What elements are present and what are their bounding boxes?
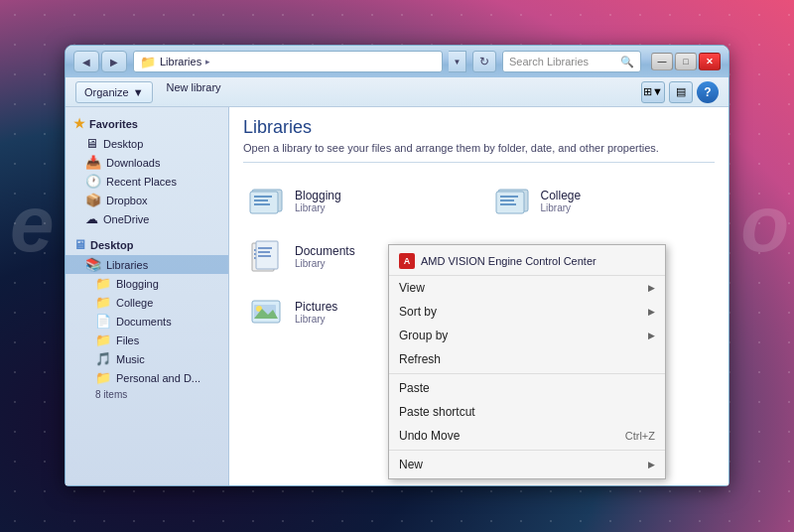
help-button[interactable]: ? [697, 81, 719, 103]
ctx-item-paste-shortcut[interactable]: Paste shortcut [389, 400, 665, 424]
item-count-badge: 8 items [66, 387, 228, 402]
ctx-item-undo-move[interactable]: Undo Move Ctrl+Z [389, 424, 665, 448]
sidebar-item-files[interactable]: 📁 Files [66, 331, 228, 349]
sidebar-item-dropbox[interactable]: 📦 Dropbox [66, 191, 228, 209]
sidebar-item-desktop[interactable]: 🖥 Desktop [66, 134, 228, 153]
sidebar-item-college[interactable]: 📁 College [66, 293, 228, 312]
documents-lib-info: Documents Library [295, 244, 355, 269]
sidebar-item-music[interactable]: 🎵 Music [66, 349, 228, 368]
close-button[interactable]: ✕ [699, 53, 721, 70]
sidebar-item-documents[interactable]: 📄 Documents [66, 312, 228, 331]
sidebar-item-downloads[interactable]: 📥 Downloads [66, 153, 228, 172]
panel-subtitle: Open a library to see your files and arr… [243, 142, 715, 163]
onedrive-icon: ☁ [85, 211, 98, 226]
sidebar-item-blogging[interactable]: 📁 Blogging [66, 274, 228, 293]
ctx-item-paste[interactable]: Paste [389, 376, 665, 400]
favorites-star-icon: ★ [73, 116, 85, 131]
back-button[interactable]: ◀ [73, 51, 99, 72]
search-icon: 🔍 [620, 56, 634, 68]
maximize-button[interactable]: □ [675, 53, 697, 70]
favorites-section[interactable]: ★ Favorites [66, 113, 228, 134]
ctx-separator-2 [389, 450, 665, 451]
address-bar[interactable]: 📁 Libraries ▸ [133, 51, 443, 72]
college-icon: 📁 [95, 295, 111, 310]
context-menu: A AMD VISION Engine Control Center View … [388, 244, 666, 479]
ctx-header-icon: A [399, 253, 415, 269]
search-placeholder: Search Libraries [509, 56, 589, 67]
ctx-item-view[interactable]: View ▶ [389, 276, 665, 300]
sidebar-item-onedrive[interactable]: ☁ OneDrive [66, 209, 228, 228]
libraries-icon: 📚 [85, 257, 101, 272]
ctx-menu-header: A AMD VISION Engine Control Center [389, 247, 665, 276]
svg-rect-4 [254, 203, 270, 205]
documents-lib-icon [247, 236, 287, 276]
address-chevron: ▸ [205, 57, 210, 66]
downloads-icon: 📥 [85, 155, 101, 170]
window-controls: — □ ✕ [651, 53, 721, 70]
panel-title: Libraries [243, 117, 715, 138]
sidebar-item-personal[interactable]: 📁 Personal and D... [66, 368, 228, 387]
library-item-blogging[interactable]: Blogging Library [243, 177, 469, 224]
search-box[interactable]: Search Libraries 🔍 [502, 51, 641, 72]
svg-rect-1 [250, 192, 278, 213]
sidebar-item-recent-places[interactable]: 🕐 Recent Places [66, 172, 228, 191]
desktop-icon: 🖥 [85, 136, 98, 151]
explorer-window: ◀ ▶ 📁 Libraries ▸ ▼ ↻ Search Libraries 🔍… [65, 45, 729, 486]
svg-rect-2 [254, 196, 272, 198]
minimize-button[interactable]: — [651, 53, 673, 70]
nav-buttons: ◀ ▶ [73, 51, 127, 72]
svg-rect-8 [500, 200, 514, 201]
svg-rect-17 [258, 255, 271, 257]
college-lib-type: Library [541, 202, 582, 213]
svg-rect-7 [500, 196, 518, 198]
ctx-header-text: AMD VISION Engine Control Center [421, 255, 596, 267]
documents-lib-name: Documents [295, 244, 355, 258]
ctx-new-arrow: ▶ [648, 460, 655, 469]
music-icon: 🎵 [95, 351, 111, 366]
files-icon: 📁 [95, 332, 111, 347]
pictures-lib-name: Pictures [295, 300, 337, 314]
ctx-groupby-arrow: ▶ [648, 331, 655, 340]
sidebar-item-libraries[interactable]: 📚 Libraries [66, 255, 228, 274]
ctx-separator-1 [389, 373, 665, 374]
blogging-lib-name: Blogging [295, 189, 341, 202]
toolbar-right: ⊞▼ ▤ ? [641, 81, 719, 103]
documents-lib-type: Library [295, 258, 355, 269]
college-lib-info: College Library [541, 189, 582, 213]
recent-places-icon: 🕐 [85, 174, 101, 189]
library-item-college[interactable]: College Library [489, 177, 716, 224]
refresh-button[interactable]: ↻ [472, 51, 496, 72]
ctx-item-new[interactable]: New ▶ 📚 Library [389, 453, 665, 476]
ctx-sortby-arrow: ▶ [648, 307, 655, 317]
forward-button[interactable]: ▶ [101, 51, 127, 72]
blogging-lib-info: Blogging Library [295, 189, 341, 213]
ctx-item-group-by[interactable]: Group by ▶ [389, 324, 665, 347]
svg-rect-3 [254, 200, 268, 201]
pictures-lib-info: Pictures Library [295, 300, 337, 325]
address-text: Libraries [160, 56, 201, 67]
pictures-lib-type: Library [295, 314, 337, 325]
svg-rect-9 [500, 203, 516, 205]
college-lib-name: College [541, 189, 582, 202]
address-dropdown[interactable]: ▼ [449, 51, 466, 72]
organize-button[interactable]: Organize ▼ [75, 81, 153, 103]
dropbox-icon: 📦 [85, 193, 101, 207]
organize-label: Organize [84, 86, 129, 98]
desktop-section[interactable]: 🖥 Desktop [66, 234, 228, 255]
svg-rect-15 [258, 247, 272, 249]
svg-rect-6 [496, 192, 524, 213]
personal-icon: 📁 [95, 370, 111, 385]
view-mode-button[interactable]: ⊞▼ [641, 81, 665, 103]
ctx-item-sort-by[interactable]: Sort by ▶ [389, 300, 665, 324]
titlebar: ◀ ▶ 📁 Libraries ▸ ▼ ↻ Search Libraries 🔍… [66, 46, 728, 77]
sidebar: ★ Favorites 🖥 Desktop 📥 Downloads 🕐 Rece… [66, 107, 229, 485]
college-lib-icon [493, 181, 533, 220]
documents-icon: 📄 [95, 314, 111, 329]
blogging-lib-type: Library [295, 202, 341, 213]
pictures-lib-icon [247, 292, 287, 332]
preview-pane-button[interactable]: ▤ [669, 81, 693, 103]
ctx-item-refresh[interactable]: Refresh [389, 347, 665, 371]
organize-chevron: ▼ [133, 86, 144, 98]
blogging-lib-icon [247, 181, 287, 220]
new-library-button[interactable]: New library [161, 81, 227, 103]
